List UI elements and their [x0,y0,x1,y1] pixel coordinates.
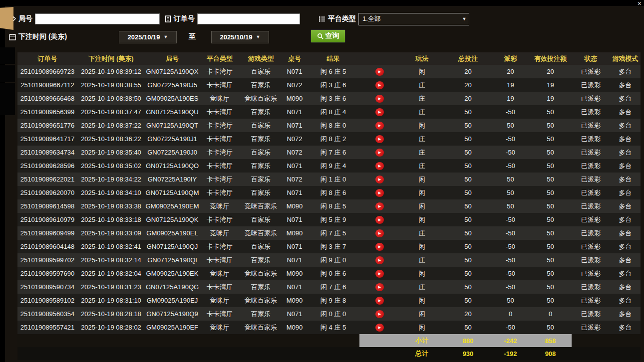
bet-records-panel: 局号 订单号 平台类型 1.全部 ▼ 下注时间 (美东) [5,6,644,362]
search-button[interactable]: 查询 [311,29,345,43]
spacer-cell [17,347,359,360]
chevron-down-icon: ▼ [460,16,469,21]
result-cell: 闲 0 庄 0 [307,307,359,321]
play-icon[interactable]: ▶ [375,176,384,183]
play-icon[interactable]: ▶ [375,270,384,278]
play-icon[interactable]: ▶ [375,189,384,197]
payout-cell: 50 [492,294,529,307]
date-to-select[interactable]: 2025/10/19 ▼ [211,31,269,43]
result-cell: 闲 3 庄 6 [307,78,359,92]
game-type-cell: 竞咪百家乐 [240,92,282,105]
status-cell: 已派彩 [572,321,610,334]
bet-time-cell: 2025-10-19 08:32:04 [77,267,145,280]
payout-cell: 19 [492,78,529,92]
play-icon[interactable]: ▶ [375,122,384,130]
platform-type-cell: 竞咪厅 [200,294,240,307]
play-icon[interactable]: ▶ [375,95,384,103]
total-bet-cell: 50 [444,226,492,240]
table-no-cell: N071 [282,65,307,78]
side-tab-handle[interactable] [0,7,13,30]
bet-time-label: 下注时间 (美东) [18,32,67,41]
platform-type-cell: 卡卡湾厅 [200,119,240,132]
play-icon[interactable]: ▶ [375,149,384,157]
order-input[interactable] [197,13,300,24]
column-header: 平台类型 [200,52,240,65]
game-type-cell: 百家乐 [240,253,282,267]
bet-time-cell: 2025-10-19 08:33:38 [77,199,145,213]
round-input[interactable] [35,13,160,24]
side-decoration [0,65,15,82]
play-cell: ▶ [359,65,399,78]
bet-time-cell: 2025-10-19 08:35:40 [77,146,145,159]
order-no-cell: 251019089667112 [17,78,77,92]
result-cell: 闲 9 庄 4 [307,159,359,173]
order-no-cell: 251019089614598 [17,199,77,213]
platform-select[interactable]: 1.全部 ▼ [358,13,469,25]
table-row: 2510190896220212025-10-19 08:34:22GN0722… [17,173,641,186]
play-cell: ▶ [359,78,399,92]
search-group: 查询 [311,29,345,42]
round-no-cell: GM09025A190EF [145,321,200,334]
play-icon[interactable]: ▶ [375,81,384,89]
total-bet-cell: 50 [444,186,492,199]
round-no-cell: GN07125A190QU [145,105,200,119]
close-icon[interactable]: × [638,0,642,7]
status-cell: 已派彩 [572,105,610,119]
bet-time-cell: 2025-10-19 08:33:18 [77,213,145,226]
bet-time-cell: 2025-10-19 08:33:09 [77,226,145,240]
platform-label: 平台类型 [328,14,356,23]
date-from-select[interactable]: 2025/10/19 ▼ [119,31,177,43]
play-icon[interactable]: ▶ [375,108,384,116]
table-row: 2510190896697232025-10-19 08:39:12GN0712… [17,65,641,78]
round-no-cell: GN07125A190QK [145,213,200,226]
valid-bet-cell: 50 [529,105,572,119]
bet-time-cell: 2025-10-19 08:31:23 [77,280,145,294]
payout-cell: -50 [492,321,529,334]
play-icon[interactable]: ▶ [375,216,384,224]
table-row: 2510190896109792025-10-19 08:33:18GN0712… [17,213,641,226]
table-row: 2510190895574212025-10-19 08:28:02GM0902… [17,321,641,334]
platform-selected-value: 1.全部 [362,14,381,23]
play-icon[interactable]: ▶ [375,324,384,332]
table-row: 2510190895891022025-10-19 08:31:10GM0902… [17,294,641,307]
screen: × 局号 订单号 平台类型 1.全部 ▼ [0,0,644,362]
game-type-cell: 百家乐 [240,173,282,186]
play-icon[interactable]: ▶ [375,202,384,210]
payout-cell: -50 [492,253,529,267]
order-label: 订单号 [174,14,195,23]
round-no-cell: GN07125A190QM [145,186,200,199]
bet-type-cell: 庄 [399,253,444,267]
play-cell: ▶ [359,199,399,213]
order-no-cell: 251019089641717 [17,132,77,146]
play-icon[interactable]: ▶ [375,68,384,76]
play-icon[interactable]: ▶ [375,297,384,305]
window-topbar [0,0,644,6]
order-no-cell: 251019089597690 [17,267,77,280]
play-icon[interactable]: ▶ [375,162,384,170]
round-no-cell: GN07125A190QX [145,65,200,78]
play-icon[interactable]: ▶ [375,229,384,237]
play-icon[interactable]: ▶ [375,243,384,251]
sum-payout-cell: -242 [492,334,529,347]
column-header: 局号 [145,52,200,65]
order-no-cell: 251019089590734 [17,280,77,294]
play-icon[interactable]: ▶ [375,256,384,264]
total-bet-cell: 50 [444,132,492,146]
play-icon[interactable]: ▶ [375,283,384,291]
table-row: 2510190896285962025-10-19 08:35:02GN0712… [17,159,641,173]
table-row: 2510190895907342025-10-19 08:31:23GN0712… [17,280,641,294]
subtotal-row: 小计880-242858 [17,334,641,347]
bet-type-cell: 闲 [399,65,444,78]
valid-bet-cell: 50 [529,267,572,280]
result-cell: 闲 5 庄 9 [307,213,359,226]
play-icon[interactable]: ▶ [375,135,384,143]
total-bet-cell: 20 [444,65,492,78]
play-cell: ▶ [359,307,399,321]
bet-type-cell: 闲 [399,119,444,132]
table-no-cell: N072 [282,132,307,146]
round-no-cell: GM09025A190EL [145,226,200,240]
result-cell: 闲 0 庄 6 [307,267,359,280]
valid-bet-cell: 50 [529,173,572,186]
game-mode-cell: 多台 [610,253,641,267]
play-icon[interactable]: ▶ [375,310,384,318]
